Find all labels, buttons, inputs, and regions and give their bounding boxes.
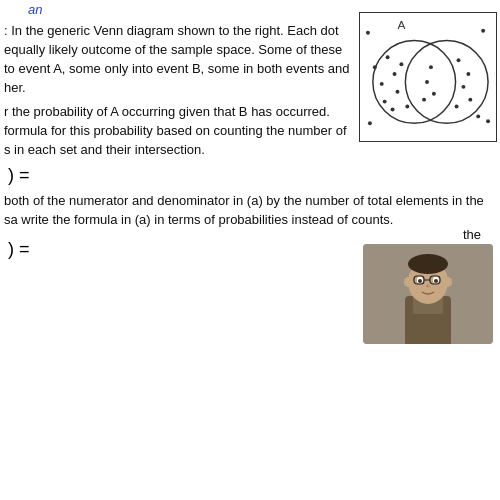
formula-b: ) = — [8, 240, 351, 258]
svg-point-29 — [408, 254, 448, 274]
main-container: an : In the generic Venn diagram shown t… — [0, 0, 500, 500]
the-text: the — [463, 227, 481, 242]
svg-point-12 — [431, 92, 435, 96]
webcam-area — [355, 236, 500, 344]
webcam-image — [363, 244, 493, 344]
svg-point-14 — [456, 58, 460, 62]
svg-point-4 — [379, 82, 383, 86]
venn-diagram: A — [359, 12, 497, 142]
svg-point-21 — [486, 119, 490, 123]
svg-point-19 — [365, 31, 369, 35]
svg-point-0 — [372, 41, 455, 124]
formula-b-paren: ) = — [8, 240, 30, 258]
top-section: : In the generic Venn diagram shown to t… — [4, 8, 500, 188]
annotation-an: an — [28, 2, 42, 17]
webcam-box — [363, 244, 493, 344]
svg-point-23 — [476, 114, 480, 118]
svg-point-33 — [434, 279, 438, 283]
paragraph-3: both of the numerator and denominator in… — [4, 192, 500, 230]
svg-point-13 — [422, 98, 426, 102]
svg-point-15 — [466, 72, 470, 76]
svg-point-24 — [372, 65, 376, 69]
svg-point-32 — [418, 279, 422, 283]
svg-point-18 — [454, 105, 458, 109]
svg-point-20 — [481, 29, 485, 33]
svg-point-11 — [425, 80, 429, 84]
svg-point-5 — [395, 90, 399, 94]
text-column: : In the generic Venn diagram shown to t… — [4, 8, 355, 188]
svg-point-6 — [382, 100, 386, 104]
formula-a-paren: ) = — [8, 166, 30, 184]
svg-point-2 — [385, 55, 389, 59]
svg-point-1 — [405, 41, 488, 124]
paragraph-1: : In the generic Venn diagram shown to t… — [4, 22, 351, 97]
svg-point-35 — [404, 277, 412, 287]
paragraph-2: r the probability of A occurring given t… — [4, 103, 351, 160]
venn-label-a: A — [397, 18, 405, 32]
formula-a: ) = — [8, 166, 351, 184]
svg-point-16 — [461, 85, 465, 89]
svg-point-34 — [426, 284, 430, 287]
svg-point-9 — [405, 105, 409, 109]
svg-point-7 — [399, 62, 403, 66]
part-b-section: ) = — [4, 236, 500, 344]
part-b-text: ) = — [4, 236, 355, 344]
svg-point-17 — [468, 98, 472, 102]
middle-section: both of the numerator and denominator in… — [4, 192, 500, 230]
svg-point-10 — [428, 65, 432, 69]
svg-point-22 — [367, 121, 371, 125]
venn-area: A — [355, 8, 500, 188]
svg-point-3 — [392, 72, 396, 76]
svg-point-36 — [444, 277, 452, 287]
svg-point-8 — [390, 108, 394, 112]
